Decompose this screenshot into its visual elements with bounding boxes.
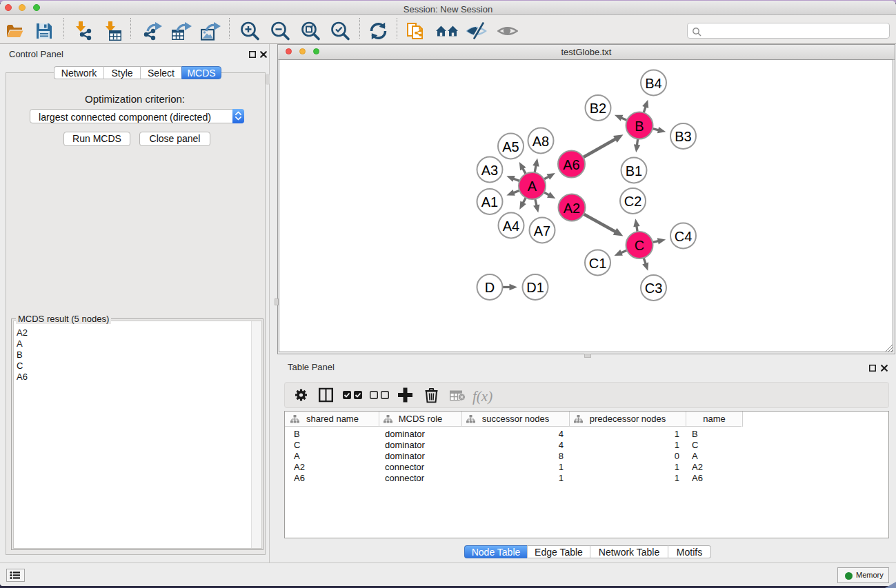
svg-text:A1: A1 <box>481 194 498 210</box>
svg-text:B1: B1 <box>626 163 642 179</box>
svg-text:C3: C3 <box>645 281 663 296</box>
svg-text:A7: A7 <box>534 223 550 239</box>
svg-text:D1: D1 <box>526 280 544 295</box>
svg-text:B3: B3 <box>675 129 691 144</box>
svg-text:A5: A5 <box>502 139 519 154</box>
svg-text:B4: B4 <box>645 76 661 91</box>
svg-text:C2: C2 <box>624 194 642 209</box>
svg-text:D: D <box>485 280 495 295</box>
svg-text:A2: A2 <box>564 201 580 216</box>
svg-text:A4: A4 <box>503 219 519 234</box>
svg-text:C4: C4 <box>675 229 693 244</box>
svg-text:A3: A3 <box>481 163 498 178</box>
svg-text:C: C <box>635 238 644 253</box>
svg-text:A8: A8 <box>532 134 549 149</box>
svg-text:B: B <box>635 119 644 134</box>
svg-text:A6: A6 <box>563 157 579 172</box>
svg-text:C1: C1 <box>589 256 607 271</box>
svg-text:B2: B2 <box>590 101 606 116</box>
svg-text:A: A <box>528 179 537 194</box>
